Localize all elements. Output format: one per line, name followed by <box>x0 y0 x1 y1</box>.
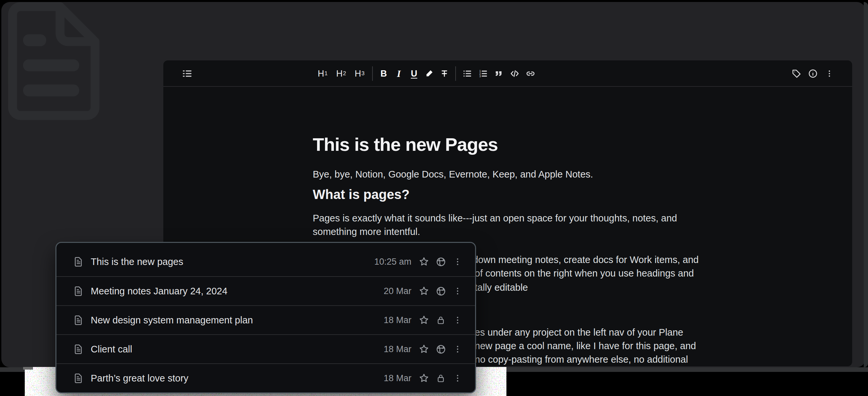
table-of-contents-icon <box>182 68 192 79</box>
code-button[interactable] <box>507 60 523 87</box>
h3-label: H <box>355 69 361 79</box>
page-icon <box>73 343 84 355</box>
heading-3-button[interactable]: H3 <box>350 60 369 87</box>
public-globe-icon <box>435 285 446 297</box>
blockquote-icon <box>494 69 503 78</box>
strikethrough-button[interactable] <box>437 60 452 87</box>
bold-button[interactable]: B <box>376 60 391 87</box>
page-title: Meeting notes January 24, 2024 <box>91 286 227 297</box>
paragraph-line: something more intentful. <box>313 226 420 237</box>
pages-list-panel: This is the new pages 10:25 am <box>55 242 476 393</box>
link-icon <box>526 69 535 79</box>
row-more-options-button[interactable] <box>452 343 463 355</box>
italic-icon: I <box>397 68 401 79</box>
link-button[interactable] <box>523 60 538 87</box>
paragraph-line-fragment: of contents on the right when you use he… <box>475 268 694 279</box>
bullet-list-icon <box>462 69 472 79</box>
bold-icon: B <box>380 69 387 79</box>
favorite-star-button[interactable] <box>418 372 430 384</box>
blockquote-button[interactable] <box>491 60 507 87</box>
h1-label: H <box>318 69 324 79</box>
strikethrough-icon <box>440 69 449 78</box>
favorite-star-button[interactable] <box>418 256 430 267</box>
svg-text:3: 3 <box>479 74 481 78</box>
paragraph-line-fragment: es under any project on the left nav of … <box>475 327 683 338</box>
heading-2-button[interactable]: H2 <box>332 60 350 87</box>
public-globe-icon <box>435 256 446 267</box>
ordered-list-icon: 1 2 3 <box>478 69 488 79</box>
page-icon <box>73 285 84 297</box>
more-options-button[interactable] <box>824 68 835 79</box>
private-lock-icon <box>435 372 446 384</box>
page-title: Parth’s great love story <box>91 373 188 384</box>
favorite-star-button[interactable] <box>418 314 430 326</box>
page-timestamp: 10:25 am <box>374 257 411 267</box>
glitch-artifact <box>23 367 33 370</box>
page-scroll-strip[interactable] <box>864 2 868 367</box>
h2-label: H <box>336 69 343 79</box>
page-timestamp: 18 Mar <box>384 373 411 384</box>
toolbar-divider <box>372 66 373 81</box>
row-more-options-button[interactable] <box>452 256 463 267</box>
page-subtitle: Bye, bye, Notion, Google Docs, Evernote,… <box>313 169 593 180</box>
page-list-item[interactable]: Meeting notes January 24, 2024 20 Mar <box>56 276 475 305</box>
page-list-item[interactable]: Parth’s great love story 18 Mar <box>56 363 475 392</box>
info-icon <box>808 69 818 79</box>
page-timestamp: 20 Mar <box>384 286 411 296</box>
heading-1-button[interactable]: H1 <box>313 60 332 87</box>
info-button[interactable] <box>807 68 818 79</box>
underline-button[interactable]: U <box>406 60 422 87</box>
tag-icon <box>792 69 801 79</box>
bullet-list-button[interactable] <box>459 60 475 87</box>
toolbar-right-group <box>791 60 835 87</box>
page-title: This is the new pages <box>91 256 183 267</box>
more-vertical-icon <box>825 69 834 78</box>
page-timestamp: 18 Mar <box>384 315 411 325</box>
page-timestamp: 18 Mar <box>384 344 411 355</box>
page-title: This is the new Pages <box>313 134 498 155</box>
code-icon <box>510 69 520 79</box>
toolbar-divider <box>455 66 456 81</box>
public-globe-icon <box>435 343 446 355</box>
paragraph-line-fragment: no copy-pasting from anywhere else, no a… <box>475 354 688 365</box>
screen: H1 H2 H3 B I U <box>0 0 868 396</box>
table-of-contents-button[interactable] <box>179 60 195 87</box>
background-document-icon <box>3 1 101 120</box>
paragraph-line: Pages is exactly what it sounds like---j… <box>313 213 677 224</box>
underline-icon: U <box>411 69 417 79</box>
page-title: New design system management plan <box>91 315 253 326</box>
page-icon <box>73 314 84 326</box>
section-heading: What is pages? <box>313 187 409 202</box>
page-list-item[interactable]: New design system management plan 18 Mar <box>56 305 475 334</box>
highlighter-icon <box>425 69 434 78</box>
paragraph-line-fragment: tally editable <box>475 282 528 293</box>
editor-toolbar: H1 H2 H3 B I U <box>163 60 852 87</box>
tag-button[interactable] <box>791 68 802 79</box>
highlighter-button[interactable] <box>422 60 437 87</box>
page-list-item[interactable]: This is the new pages 10:25 am <box>56 247 475 276</box>
page-icon <box>73 256 84 267</box>
row-more-options-button[interactable] <box>452 314 463 326</box>
page-title: Client call <box>91 344 132 355</box>
ordered-list-button[interactable]: 1 2 3 <box>475 60 491 87</box>
page-icon <box>73 372 84 384</box>
favorite-star-button[interactable] <box>418 343 430 355</box>
page-list-item[interactable]: Client call 18 Mar <box>56 334 475 363</box>
row-more-options-button[interactable] <box>452 372 463 384</box>
private-lock-icon <box>435 314 446 326</box>
row-more-options-button[interactable] <box>452 285 463 297</box>
toolbar-center-group: H1 H2 H3 B I U <box>313 60 538 87</box>
paragraph-line-fragment: new page a cool name, like I have for th… <box>475 340 696 352</box>
favorite-star-button[interactable] <box>418 285 430 297</box>
italic-button[interactable]: I <box>391 60 406 87</box>
